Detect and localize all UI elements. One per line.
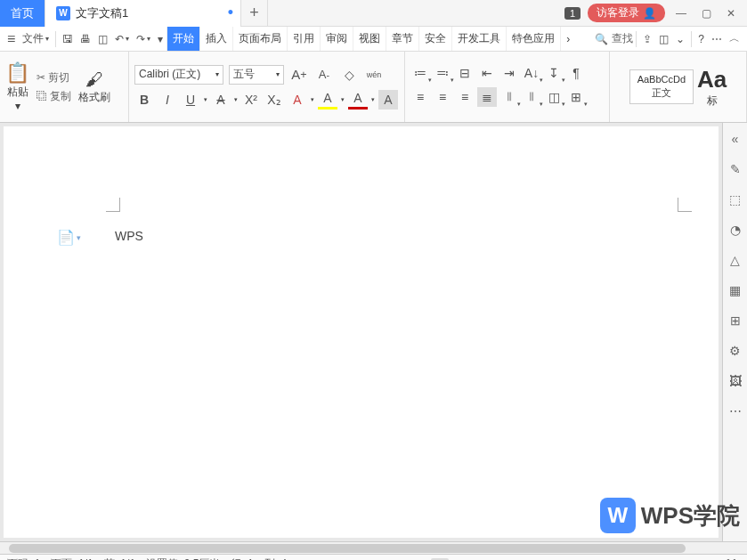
distribute-button[interactable]: ⫴▾	[499, 87, 519, 107]
tab-start[interactable]: 开始	[166, 27, 199, 52]
undo-icon[interactable]: ↶▾	[111, 28, 133, 50]
chevron-down-icon[interactable]: ⌄	[672, 28, 688, 50]
print-icon[interactable]: 🖶	[77, 28, 94, 50]
line-spacing-button[interactable]: ⫴▾	[522, 87, 541, 107]
close-button[interactable]: ✕	[722, 7, 740, 20]
tab-reference[interactable]: 引用	[287, 27, 320, 52]
tab-pagelayout[interactable]: 页面布局	[232, 27, 287, 52]
superscript-button[interactable]: X²	[241, 90, 261, 110]
grid-icon[interactable]: ▦	[727, 281, 744, 299]
side-panel: « ✎ ⬚ ◔ △ ▦ ⊞ ⚙ 🖼 ⋯	[722, 123, 747, 541]
collapse-panel-icon[interactable]: «	[727, 130, 744, 148]
collapse-ribbon-icon[interactable]: ︿	[726, 28, 743, 50]
settings-panel-icon[interactable]: ⚙	[727, 342, 744, 360]
print-preview-icon[interactable]: ◫	[94, 28, 111, 50]
underline-button[interactable]: U	[181, 90, 200, 110]
bold-button[interactable]: B	[134, 90, 154, 110]
file-menu[interactable]: 文件▾	[19, 28, 53, 50]
font-name-combo[interactable]: Calibri (正文)▾	[134, 65, 223, 85]
ribbon-group-styles: AaBbCcDd 正文 Aa 标	[610, 52, 747, 122]
decrease-indent-button[interactable]: ⇤	[477, 63, 497, 83]
multilevel-button[interactable]: ⊟	[455, 63, 475, 83]
grow-font-button[interactable]: A+	[289, 65, 309, 85]
tab-view[interactable]: 视图	[353, 27, 386, 52]
strikethrough-button[interactable]: A	[211, 90, 231, 110]
align-right-button[interactable]: ≡	[455, 87, 475, 107]
apps-icon[interactable]: ⊞	[727, 312, 744, 329]
cut-button[interactable]: ✂剪切	[35, 69, 73, 87]
paste-icon: 📋	[5, 61, 29, 85]
clear-format-button[interactable]: ◇	[339, 65, 359, 85]
settings-icon[interactable]: ◫	[655, 28, 672, 50]
increase-indent-button[interactable]: ⇥	[499, 63, 519, 83]
phonetic-guide-button[interactable]: wén	[364, 65, 384, 85]
minimize-button[interactable]: ―	[672, 7, 690, 20]
align-left-button[interactable]: ≡	[410, 87, 430, 107]
notification-badge[interactable]: 1	[564, 7, 581, 20]
horizontal-scroll-thumb[interactable]	[9, 544, 686, 553]
font-color-button[interactable]: A	[348, 90, 368, 110]
shrink-font-button[interactable]: A-	[314, 65, 334, 85]
save-icon[interactable]: 🖫	[59, 28, 77, 50]
ribbon-group-paragraph: ≔▾ ≕▾ ⊟ ⇤ ⇥ A↓▾ ↧▾ ¶ ≡ ≡ ≡ ≣ ⫴▾ ⫴▾ ◫▾ ⊞▾	[405, 52, 610, 122]
home-tab[interactable]: 首页	[0, 0, 45, 27]
help-icon[interactable]: ?	[694, 28, 708, 50]
sort-button[interactable]: A↓▾	[522, 63, 541, 83]
reveal-formatting-icon[interactable]: 📄 ▾	[57, 229, 81, 246]
format-painter-button[interactable]: 🖌 格式刷	[78, 69, 110, 105]
document-body-text[interactable]: WPS	[115, 229, 143, 243]
document-viewport[interactable]: 📄 ▾ WPS	[4, 126, 719, 538]
pencil-icon[interactable]: ✎	[727, 160, 744, 178]
tab-insert[interactable]: 插入	[199, 27, 232, 52]
text-effects-button[interactable]: A	[288, 90, 307, 110]
shading-button[interactable]: ◫▾	[544, 87, 564, 107]
align-center-button[interactable]: ≡	[433, 87, 452, 107]
copy-icon: ⿻	[37, 90, 47, 102]
quick-customize[interactable]: ▾	[154, 28, 166, 50]
justify-button[interactable]: ≣	[477, 87, 497, 107]
tabs-more-chevron[interactable]: ›	[560, 27, 575, 52]
menubar: ≡ 文件▾ 🖫 🖶 ◫ ↶▾ ↷▾ ▾ 开始 插入 页面布局 引用 审阅 视图 …	[0, 27, 747, 52]
italic-button[interactable]: I	[158, 90, 177, 110]
style-gallery-more[interactable]: Aa 标	[697, 66, 727, 109]
shape-icon[interactable]: △	[727, 251, 744, 269]
copy-button[interactable]: ⿻复制	[35, 87, 73, 106]
font-size-combo[interactable]: 五号▾	[229, 65, 284, 85]
hamburger-menu[interactable]: ≡	[4, 28, 19, 50]
paste-button[interactable]: 📋 粘贴▾	[5, 61, 29, 112]
horizontal-scrollbar[interactable]	[0, 541, 747, 554]
show-marks-button[interactable]: ↧▾	[544, 63, 564, 83]
status-row[interactable]: 行: 1	[231, 556, 253, 560]
redo-icon[interactable]: ↷▾	[133, 28, 154, 50]
bullets-button[interactable]: ≔▾	[410, 63, 430, 83]
more-panel-icon[interactable]: ⋯	[727, 402, 744, 420]
status-setting[interactable]: 设置值: 2.5厘米	[146, 556, 220, 560]
more-icon[interactable]: ⋯	[708, 28, 726, 50]
char-shading-button[interactable]: A	[378, 90, 398, 110]
numbering-button[interactable]: ≕▾	[433, 63, 452, 83]
highlight-button[interactable]: A	[318, 90, 337, 110]
share-icon[interactable]: ⇪	[639, 28, 655, 50]
image-icon[interactable]: 🖼	[727, 372, 744, 390]
status-section[interactable]: 节: 1/1	[104, 556, 135, 560]
tab-section[interactable]: 章节	[386, 27, 418, 52]
cloud-icon[interactable]: ◔	[727, 221, 744, 239]
maximize-button[interactable]: ▢	[697, 7, 715, 20]
subscript-button[interactable]: X₂	[264, 90, 284, 110]
tab-special[interactable]: 特色应用	[506, 27, 560, 52]
borders-button[interactable]: ⊞▾	[566, 87, 586, 107]
pilcrow-button[interactable]: ¶	[566, 63, 586, 83]
status-page-code[interactable]: 页码: 1	[7, 556, 40, 560]
document-tab[interactable]: W 文字文稿1 •	[45, 0, 241, 27]
search-button[interactable]: 🔍 查找	[595, 31, 633, 46]
tab-review[interactable]: 审阅	[320, 27, 353, 52]
status-col[interactable]: 列: 4	[264, 556, 287, 560]
new-tab-button[interactable]: +	[241, 0, 268, 27]
status-page[interactable]: 页面: 1/1	[51, 556, 93, 560]
style-normal[interactable]: AaBbCcDd 正文	[629, 69, 694, 104]
search-icon: 🔍	[595, 33, 608, 45]
login-button[interactable]: 访客登录 👤	[588, 4, 665, 22]
tab-security[interactable]: 安全	[418, 27, 451, 52]
select-icon[interactable]: ⬚	[727, 191, 744, 208]
tab-devtools[interactable]: 开发工具	[451, 27, 506, 52]
